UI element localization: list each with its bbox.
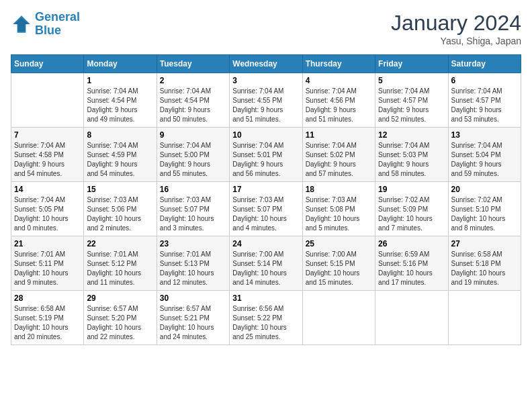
header-day-sunday: Sunday xyxy=(11,55,84,73)
day-info: Sunrise: 6:58 AM Sunset: 5:18 PM Dayligh… xyxy=(451,250,518,287)
header-day-monday: Monday xyxy=(84,55,157,73)
day-info: Sunrise: 6:57 AM Sunset: 5:21 PM Dayligh… xyxy=(160,304,226,342)
calendar-cell: 8Sunrise: 7:04 AM Sunset: 4:59 PM Daylig… xyxy=(84,128,157,182)
day-number: 9 xyxy=(160,130,226,140)
calendar-cell: 27Sunrise: 6:58 AM Sunset: 5:18 PM Dayli… xyxy=(448,236,521,291)
day-info: Sunrise: 7:04 AM Sunset: 4:54 PM Dayligh… xyxy=(160,87,226,124)
day-number: 31 xyxy=(232,293,299,303)
day-number: 29 xyxy=(87,293,153,303)
day-info: Sunrise: 7:04 AM Sunset: 5:03 PM Dayligh… xyxy=(378,141,445,179)
header-day-saturday: Saturday xyxy=(448,55,521,73)
calendar-cell: 24Sunrise: 7:00 AM Sunset: 5:14 PM Dayli… xyxy=(230,236,302,291)
calendar-cell: 17Sunrise: 7:03 AM Sunset: 5:07 PM Dayli… xyxy=(230,182,302,236)
day-number: 23 xyxy=(160,239,226,248)
day-number: 25 xyxy=(306,239,372,248)
day-info: Sunrise: 7:00 AM Sunset: 5:14 PM Dayligh… xyxy=(232,250,299,287)
day-info: Sunrise: 7:01 AM Sunset: 5:11 PM Dayligh… xyxy=(14,250,81,287)
calendar-cell xyxy=(11,73,84,128)
week-row-3: 21Sunrise: 7:01 AM Sunset: 5:11 PM Dayli… xyxy=(11,236,521,291)
week-row-0: 1Sunrise: 7:04 AM Sunset: 4:54 PM Daylig… xyxy=(11,73,521,128)
day-info: Sunrise: 6:59 AM Sunset: 5:16 PM Dayligh… xyxy=(378,250,445,287)
calendar-header: SundayMondayTuesdayWednesdayThursdayFrid… xyxy=(11,55,521,73)
header-day-tuesday: Tuesday xyxy=(157,55,229,73)
day-number: 4 xyxy=(306,76,372,85)
calendar-cell xyxy=(375,291,448,345)
calendar-cell xyxy=(448,291,521,345)
day-number: 21 xyxy=(14,239,81,248)
day-number: 6 xyxy=(451,76,518,85)
calendar-cell: 26Sunrise: 6:59 AM Sunset: 5:16 PM Dayli… xyxy=(375,236,448,291)
week-row-2: 14Sunrise: 7:04 AM Sunset: 5:05 PM Dayli… xyxy=(11,182,521,236)
logo-text: General Blue xyxy=(35,11,80,38)
calendar-cell: 30Sunrise: 6:57 AM Sunset: 5:21 PM Dayli… xyxy=(157,291,229,345)
day-info: Sunrise: 7:04 AM Sunset: 4:57 PM Dayligh… xyxy=(378,87,445,124)
day-info: Sunrise: 6:58 AM Sunset: 5:19 PM Dayligh… xyxy=(14,304,81,342)
day-info: Sunrise: 7:04 AM Sunset: 5:00 PM Dayligh… xyxy=(160,141,226,179)
calendar-table: SundayMondayTuesdayWednesdayThursdayFrid… xyxy=(11,54,521,345)
day-info: Sunrise: 7:04 AM Sunset: 4:56 PM Dayligh… xyxy=(306,87,372,124)
calendar-cell: 23Sunrise: 7:01 AM Sunset: 5:13 PM Dayli… xyxy=(157,236,229,291)
day-number: 22 xyxy=(87,239,153,248)
day-number: 12 xyxy=(378,130,445,140)
calendar-cell: 21Sunrise: 7:01 AM Sunset: 5:11 PM Dayli… xyxy=(11,236,84,291)
day-info: Sunrise: 7:04 AM Sunset: 4:55 PM Dayligh… xyxy=(232,87,299,124)
day-info: Sunrise: 7:03 AM Sunset: 5:07 PM Dayligh… xyxy=(232,195,299,233)
day-number: 20 xyxy=(451,185,518,194)
day-number: 19 xyxy=(378,185,445,194)
calendar-cell: 12Sunrise: 7:04 AM Sunset: 5:03 PM Dayli… xyxy=(375,128,448,182)
day-number: 11 xyxy=(306,130,372,140)
day-number: 28 xyxy=(14,293,81,303)
calendar-cell: 29Sunrise: 6:57 AM Sunset: 5:20 PM Dayli… xyxy=(84,291,157,345)
day-info: Sunrise: 7:04 AM Sunset: 4:57 PM Dayligh… xyxy=(451,87,518,124)
day-info: Sunrise: 6:56 AM Sunset: 5:22 PM Dayligh… xyxy=(232,304,299,342)
day-info: Sunrise: 7:00 AM Sunset: 5:15 PM Dayligh… xyxy=(306,250,372,287)
day-info: Sunrise: 7:04 AM Sunset: 5:01 PM Dayligh… xyxy=(232,141,299,179)
day-number: 3 xyxy=(232,76,299,85)
day-info: Sunrise: 7:04 AM Sunset: 4:54 PM Dayligh… xyxy=(87,87,153,124)
header-day-friday: Friday xyxy=(375,55,448,73)
day-number: 17 xyxy=(232,185,299,194)
calendar-cell: 11Sunrise: 7:04 AM Sunset: 5:02 PM Dayli… xyxy=(302,128,375,182)
day-number: 26 xyxy=(378,239,445,248)
calendar-cell: 20Sunrise: 7:02 AM Sunset: 5:10 PM Dayli… xyxy=(448,182,521,236)
day-info: Sunrise: 7:04 AM Sunset: 5:02 PM Dayligh… xyxy=(306,141,372,179)
calendar-cell: 2Sunrise: 7:04 AM Sunset: 4:54 PM Daylig… xyxy=(157,73,229,128)
day-info: Sunrise: 7:01 AM Sunset: 5:13 PM Dayligh… xyxy=(160,250,226,287)
calendar-cell: 31Sunrise: 6:56 AM Sunset: 5:22 PM Dayli… xyxy=(230,291,302,345)
calendar-cell: 19Sunrise: 7:02 AM Sunset: 5:09 PM Dayli… xyxy=(375,182,448,236)
day-number: 16 xyxy=(160,185,226,194)
calendar-cell: 13Sunrise: 7:04 AM Sunset: 5:04 PM Dayli… xyxy=(448,128,521,182)
day-number: 30 xyxy=(160,293,226,303)
day-info: Sunrise: 6:57 AM Sunset: 5:20 PM Dayligh… xyxy=(87,304,153,342)
calendar-cell: 15Sunrise: 7:03 AM Sunset: 5:06 PM Dayli… xyxy=(84,182,157,236)
day-number: 5 xyxy=(378,76,445,85)
day-info: Sunrise: 7:04 AM Sunset: 4:59 PM Dayligh… xyxy=(87,141,153,179)
day-number: 10 xyxy=(232,130,299,140)
day-number: 15 xyxy=(87,185,153,194)
day-info: Sunrise: 7:02 AM Sunset: 5:10 PM Dayligh… xyxy=(451,195,518,233)
header-day-thursday: Thursday xyxy=(302,55,375,73)
calendar-cell xyxy=(302,291,375,345)
day-number: 7 xyxy=(14,130,81,140)
calendar-cell: 6Sunrise: 7:04 AM Sunset: 4:57 PM Daylig… xyxy=(448,73,521,128)
calendar-cell: 1Sunrise: 7:04 AM Sunset: 4:54 PM Daylig… xyxy=(84,73,157,128)
subtitle: Yasu, Shiga, Japan xyxy=(391,36,521,46)
main-title: January 2024 xyxy=(391,11,521,36)
day-number: 2 xyxy=(160,76,226,85)
day-number: 13 xyxy=(451,130,518,140)
calendar-cell: 28Sunrise: 6:58 AM Sunset: 5:19 PM Dayli… xyxy=(11,291,84,345)
day-info: Sunrise: 7:03 AM Sunset: 5:07 PM Dayligh… xyxy=(160,195,226,233)
calendar-cell: 4Sunrise: 7:04 AM Sunset: 4:56 PM Daylig… xyxy=(302,73,375,128)
calendar-cell: 9Sunrise: 7:04 AM Sunset: 5:00 PM Daylig… xyxy=(157,128,229,182)
calendar-cell: 10Sunrise: 7:04 AM Sunset: 5:01 PM Dayli… xyxy=(230,128,302,182)
calendar-body: 1Sunrise: 7:04 AM Sunset: 4:54 PM Daylig… xyxy=(11,73,521,345)
day-info: Sunrise: 7:04 AM Sunset: 4:58 PM Dayligh… xyxy=(14,141,81,179)
header-row: SundayMondayTuesdayWednesdayThursdayFrid… xyxy=(11,55,521,73)
logo: General Blue xyxy=(11,11,80,38)
day-info: Sunrise: 7:01 AM Sunset: 5:12 PM Dayligh… xyxy=(87,250,153,287)
calendar-cell: 18Sunrise: 7:03 AM Sunset: 5:08 PM Dayli… xyxy=(302,182,375,236)
logo-icon xyxy=(11,13,32,35)
title-block: January 2024 Yasu, Shiga, Japan xyxy=(391,11,521,46)
header-day-wednesday: Wednesday xyxy=(230,55,302,73)
day-number: 24 xyxy=(232,239,299,248)
